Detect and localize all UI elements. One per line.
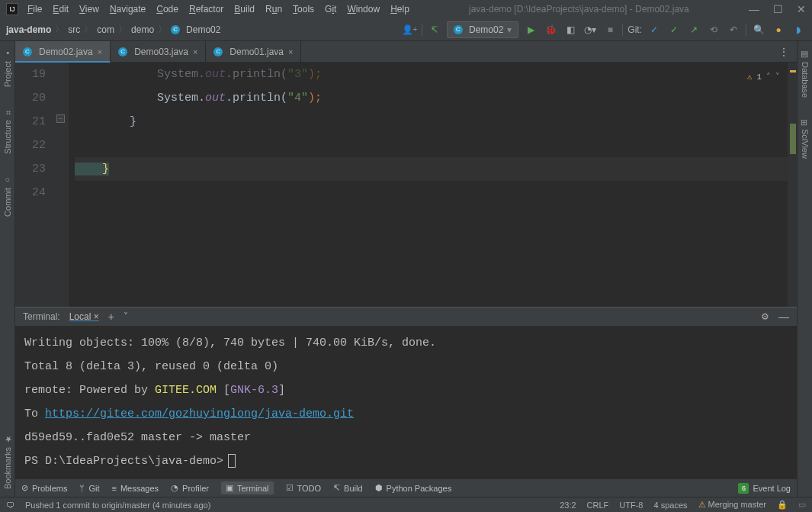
merge-status[interactable]: ⚠ Merging master (698, 500, 766, 510)
line-separator[interactable]: CRLF (587, 501, 609, 510)
tool-problems[interactable]: ⊘Problems (21, 483, 67, 493)
run-config-combo[interactable]: C Demo02 ▾ (447, 21, 518, 38)
indent-setting[interactable]: 4 spaces (653, 501, 687, 510)
close-icon[interactable]: × (98, 47, 102, 56)
file-encoding[interactable]: UTF-8 (619, 501, 643, 510)
tool-structure[interactable]: Structure ⌗ (3, 108, 12, 154)
chevron-down-icon[interactable]: ˅ (775, 66, 780, 89)
repo-url-link[interactable]: https://gitee.com/gozhuyinglong/java-dem… (45, 407, 354, 420)
breadcrumb-class[interactable]: Demo02 (186, 24, 220, 35)
error-stripe[interactable] (788, 63, 797, 307)
hide-panel-icon[interactable]: — (778, 311, 789, 323)
label: Problems (32, 484, 67, 493)
add-terminal-icon[interactable]: + (108, 311, 114, 323)
git-update-icon[interactable]: ✓ (647, 22, 662, 37)
debug-icon[interactable]: 🐞 (543, 22, 558, 37)
line-number: 23 (15, 157, 46, 181)
git-commit-icon[interactable]: ✓ (666, 22, 682, 37)
terminal-title: Terminal: (23, 311, 60, 322)
lock-icon[interactable]: 🔒 (777, 500, 788, 510)
terminal-icon: ▣ (226, 483, 233, 493)
minimize-button[interactable]: — (749, 3, 759, 15)
menu-window[interactable]: Window (347, 4, 380, 14)
branch-icon: ᛘ (79, 484, 85, 493)
avatar-icon[interactable]: ◗ (791, 22, 806, 37)
tool-commit[interactable]: Commit ○ (3, 175, 12, 217)
tool-sciview[interactable]: ⊞ SciView (800, 119, 810, 159)
rollback-icon[interactable]: ↶ (726, 22, 741, 37)
tool-messages[interactable]: ≡Messages (112, 484, 159, 493)
menu-git[interactable]: Git (325, 4, 336, 14)
close-icon[interactable]: × (288, 47, 293, 56)
menu-navigate[interactable]: Navigate (110, 4, 146, 14)
breadcrumb-com[interactable]: com (97, 24, 114, 35)
tool-git[interactable]: ᛘGit (79, 484, 99, 493)
menu-file[interactable]: File (27, 4, 42, 14)
warning-mark[interactable] (790, 70, 796, 72)
git-push-icon[interactable]: ↗ (686, 22, 701, 37)
maximize-button[interactable]: ☐ (773, 3, 783, 15)
gear-icon[interactable]: ⚙ (761, 311, 769, 322)
tool-project[interactable]: Project ▪ (3, 49, 12, 87)
line-number: 19 (15, 63, 46, 86)
menu-help[interactable]: Help (390, 4, 409, 14)
menu-run[interactable]: Run (265, 4, 282, 14)
terminal-tab-local[interactable]: Local × (69, 311, 99, 322)
tool-terminal[interactable]: ▣Terminal (221, 481, 274, 494)
tab-options-icon[interactable]: ⋮ (771, 46, 797, 58)
caret-position[interactable]: 23:2 (560, 501, 576, 510)
chevron-down-icon[interactable]: ˅ (124, 311, 128, 322)
add-user-icon[interactable]: 👤+ (402, 22, 417, 37)
tool-eventlog[interactable]: 6Event Log (738, 483, 791, 494)
coverage-icon[interactable]: ◧ (563, 22, 578, 37)
hammer-icon[interactable]: ↸ (427, 22, 442, 37)
tab-demo02[interactable]: C Demo02.java × (15, 41, 111, 63)
tool-database[interactable]: ▤ Database (800, 49, 810, 98)
term-line: remote: Powered by GITEE.COM [GNK-6.3] (24, 378, 788, 402)
line-number: 20 (15, 86, 46, 110)
close-icon[interactable]: × (193, 47, 197, 56)
breadcrumb-src[interactable]: src (68, 24, 80, 35)
code-editor[interactable]: 19 20 21 22 23 24 — System.out.println("… (15, 63, 797, 307)
notification-badge: 6 (738, 483, 749, 494)
warning-icon: ⚠ (698, 500, 706, 509)
code-pane[interactable]: System.out.println("3"); System.out.prin… (69, 63, 788, 307)
main-area: Project ▪ Structure ⌗ Commit ○ Bookmarks… (0, 41, 812, 497)
tool-build[interactable]: ↸Build (333, 483, 362, 493)
terminal-output[interactable]: Writing objects: 100% (8/8), 740 bytes |… (15, 327, 797, 478)
menu-refactor[interactable]: Refactor (189, 4, 223, 14)
tab-demo01[interactable]: C Demo01.java × (206, 41, 301, 63)
term-line: To https://gitee.com/gozhuyinglong/java-… (24, 402, 788, 426)
ide-update-icon[interactable]: ● (771, 22, 786, 37)
tool-profiler[interactable]: ◔Profiler (171, 483, 209, 493)
memory-icon[interactable]: ▭ (798, 500, 806, 510)
inspection-widget[interactable]: ⚠ 1 ˄ ˅ (747, 66, 780, 89)
term-line: d59ed59..fad0e52 master -> master (24, 426, 788, 449)
menu-build[interactable]: Build (234, 4, 255, 14)
tool-python[interactable]: ⬢Python Packages (375, 483, 452, 493)
tab-demo03[interactable]: C Demo03.java × (111, 41, 206, 63)
fold-end-icon[interactable]: — (56, 114, 65, 123)
tool-todo[interactable]: ☑TODO (286, 483, 322, 493)
change-mark[interactable] (790, 124, 796, 154)
menu-edit[interactable]: Edit (53, 4, 69, 14)
close-button[interactable]: ✕ (797, 3, 806, 15)
chevron-up-icon[interactable]: ˄ (766, 66, 771, 89)
term-line: Writing objects: 100% (8/8), 740 bytes |… (24, 331, 788, 355)
play-icon[interactable]: ▶ (523, 22, 538, 37)
warning-icon: ⊘ (21, 483, 28, 493)
vcs-status-icon[interactable]: 🗨 (6, 501, 14, 510)
profile-icon[interactable]: ◔▾ (583, 22, 598, 37)
breadcrumb-demo[interactable]: demo (131, 24, 154, 35)
navigation-bar: java-demo 〉 src 〉 com 〉 demo 〉 C Demo02 … (0, 18, 812, 41)
left-tool-stripe: Project ▪ Structure ⌗ Commit ○ Bookmarks… (0, 41, 15, 497)
menu-view[interactable]: View (79, 4, 99, 14)
breadcrumb-root[interactable]: java-demo (6, 24, 51, 35)
class-icon: C (454, 25, 463, 34)
search-icon[interactable]: 🔍 (751, 22, 766, 37)
tool-bookmarks[interactable]: Bookmarks ★ (2, 434, 12, 489)
history-icon[interactable]: ⟲ (706, 22, 721, 37)
menu-tools[interactable]: Tools (293, 4, 314, 14)
stop-icon[interactable]: ■ (602, 22, 618, 37)
menu-code[interactable]: Code (156, 4, 178, 14)
